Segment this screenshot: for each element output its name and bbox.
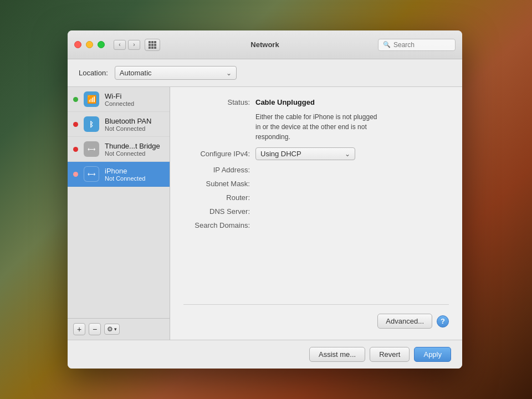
location-label: Location: [79,69,108,77]
status-dot-red-tb [73,147,78,152]
advanced-button[interactable]: Advanced... [377,314,432,329]
thunderbolt-item-status: Not Connected [105,150,164,157]
traffic-lights [74,41,105,48]
wifi-icon-bg: 📶 [84,91,99,107]
grid-icon [149,41,156,49]
detail-footer: Advanced... ? [183,304,449,329]
forward-button[interactable]: › [128,40,140,50]
bluetooth-item-name: Bluetooth PAN [105,117,164,125]
revert-button[interactable]: Revert [370,347,410,362]
location-dropdown[interactable]: Automatic ⌄ [115,66,237,80]
remove-network-button[interactable]: − [89,323,101,335]
settings-button[interactable]: ⚙ ▾ [104,324,120,335]
configure-ipv4-row: Configure IPv4: Using DHCP ⌄ [183,147,449,160]
wifi-icon: 📶 [87,95,96,104]
thunderbolt-icon: ⟷ [88,146,95,152]
nav-controls: ‹ › [114,39,160,51]
grid-dot [149,44,151,46]
wifi-item-status: Connected [105,100,164,107]
iphone-item-text: iPhone Not Connected [105,167,164,182]
network-list: 📶 Wi-Fi Connected ᛒ [68,87,170,318]
search-domains-label: Search Domains: [183,221,255,229]
grid-dot [149,41,151,43]
bluetooth-item-status: Not Connected [105,125,164,132]
grid-button[interactable] [145,39,160,51]
search-domains-row: Search Domains: [183,221,449,229]
window-content: Location: Automatic ⌄ 📶 Wi- [68,59,462,369]
main-panel: 📶 Wi-Fi Connected ᛒ [68,87,462,340]
status-message-row: Either the cable for iPhone is not plugg… [183,112,449,142]
iphone-item-name: iPhone [105,167,164,175]
bluetooth-icon: ᛒ [89,120,94,129]
sidebar-item-bluetooth-pan[interactable]: ᛒ Bluetooth PAN Not Connected [68,112,170,137]
chevron-down-icon: ⌄ [345,150,350,158]
subnet-mask-label: Subnet Mask: [183,180,255,188]
iphone-icon-bg: ⟷ [84,166,99,182]
router-row: Router: [183,193,449,202]
status-label: Status: [183,98,255,106]
thunderbolt-item-name: Thunde...t Bridge [105,142,164,150]
add-network-button[interactable]: + [73,323,85,335]
thunderbolt-icon-bg: ⟷ [84,141,99,157]
grid-dot [151,41,154,43]
configure-ipv4-label: Configure IPv4: [183,150,255,158]
apply-button[interactable]: Apply [414,347,451,362]
maximize-button[interactable] [98,41,105,48]
status-dot-red [73,122,78,127]
network-window: ‹ › Network 🔍 [68,30,462,369]
sidebar-item-wifi[interactable]: 📶 Wi-Fi Connected [68,87,170,112]
grid-dot [154,44,156,46]
iphone-icon: ⟷ [88,171,95,177]
status-row: Status: Cable Unplugged [183,98,449,106]
wifi-item-text: Wi-Fi Connected [105,92,164,107]
grid-dot [154,41,156,43]
dns-server-label: DNS Server: [183,207,255,216]
minimize-button[interactable] [86,41,93,48]
grid-dot [151,47,154,49]
location-bar: Location: Automatic ⌄ [68,59,462,87]
status-dot-green [73,97,78,102]
ip-address-label: IP Address: [183,166,255,174]
sidebar-item-iphone[interactable]: ⟷ iPhone Not Connected [68,162,170,187]
chevron-down-icon: ⌄ [226,69,232,77]
iphone-item-status: Not Connected [105,175,164,182]
status-value: Cable Unplugged [255,98,315,106]
assist-me-button[interactable]: Assist me... [309,347,365,362]
help-button[interactable]: ? [437,315,449,328]
gear-icon: ⚙ [107,325,113,333]
subnet-mask-row: Subnet Mask: [183,180,449,188]
chevron-down-icon: ▾ [114,326,117,332]
bluetooth-icon-bg: ᛒ [84,116,99,132]
router-label: Router: [183,193,255,202]
detail-fields: Status: Cable Unplugged Either the cable… [183,98,449,300]
back-button[interactable]: ‹ [114,40,126,50]
detail-panel: Status: Cable Unplugged Either the cable… [170,87,462,340]
search-box[interactable]: 🔍 [378,39,456,51]
search-icon: 🔍 [383,41,391,48]
grid-dot [149,47,151,49]
thunderbolt-item-text: Thunde...t Bridge Not Connected [105,142,164,157]
configure-ipv4-value: Using DHCP [260,150,341,158]
configure-ipv4-dropdown[interactable]: Using DHCP ⌄ [255,147,355,160]
sidebar: 📶 Wi-Fi Connected ᛒ [68,87,170,340]
wifi-item-name: Wi-Fi [105,92,164,100]
sidebar-footer: + − ⚙ ▾ [68,318,170,340]
title-bar: ‹ › Network 🔍 [68,30,462,59]
sidebar-item-thunderbolt[interactable]: ⟷ Thunde...t Bridge Not Connected [68,137,170,162]
search-input[interactable] [393,41,451,49]
status-message: Either the cable for iPhone is not plugg… [255,112,377,142]
status-dot-red-ip [73,172,78,177]
bottom-buttons: Assist me... Revert Apply [68,340,462,369]
ip-address-row: IP Address: [183,166,449,174]
grid-dot [151,44,154,46]
dns-server-row: DNS Server: [183,207,449,216]
close-button[interactable] [74,41,81,48]
grid-dot [154,47,156,49]
window-title: Network [250,40,279,49]
bluetooth-item-text: Bluetooth PAN Not Connected [105,117,164,132]
location-value: Automatic [120,69,223,77]
